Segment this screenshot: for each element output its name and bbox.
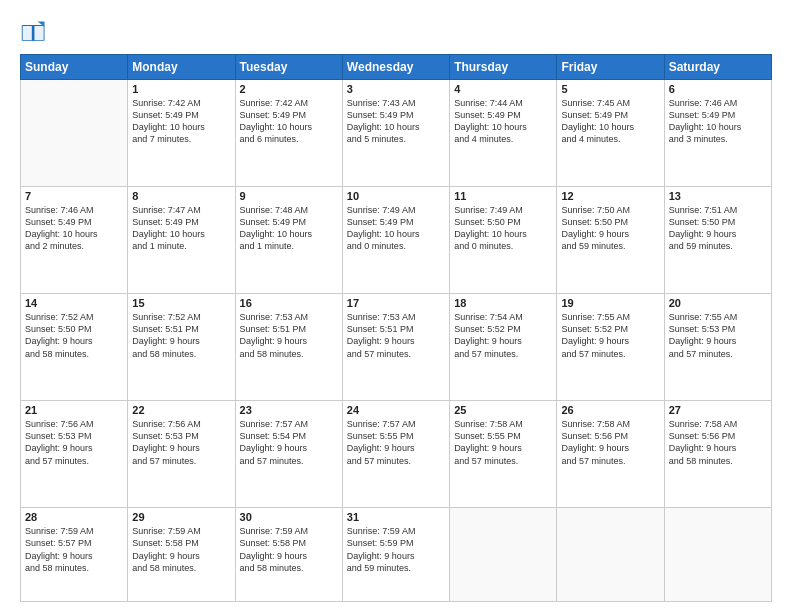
day-info: Sunrise: 7:54 AM Sunset: 5:52 PM Dayligh… xyxy=(454,311,552,360)
calendar-day-header: Friday xyxy=(557,55,664,80)
calendar-cell: 12Sunrise: 7:50 AM Sunset: 5:50 PM Dayli… xyxy=(557,187,664,294)
day-number: 27 xyxy=(669,404,767,416)
page: SundayMondayTuesdayWednesdayThursdayFrid… xyxy=(0,0,792,612)
day-number: 29 xyxy=(132,511,230,523)
calendar-day-header: Thursday xyxy=(450,55,557,80)
day-number: 15 xyxy=(132,297,230,309)
calendar-table: SundayMondayTuesdayWednesdayThursdayFrid… xyxy=(20,54,772,602)
day-info: Sunrise: 7:42 AM Sunset: 5:49 PM Dayligh… xyxy=(240,97,338,146)
day-info: Sunrise: 7:43 AM Sunset: 5:49 PM Dayligh… xyxy=(347,97,445,146)
day-number: 7 xyxy=(25,190,123,202)
calendar-day-header: Saturday xyxy=(664,55,771,80)
calendar-cell: 27Sunrise: 7:58 AM Sunset: 5:56 PM Dayli… xyxy=(664,401,771,508)
day-info: Sunrise: 7:57 AM Sunset: 5:55 PM Dayligh… xyxy=(347,418,445,467)
calendar-header-row: SundayMondayTuesdayWednesdayThursdayFrid… xyxy=(21,55,772,80)
calendar-cell xyxy=(664,508,771,602)
day-number: 21 xyxy=(25,404,123,416)
calendar-cell: 13Sunrise: 7:51 AM Sunset: 5:50 PM Dayli… xyxy=(664,187,771,294)
day-number: 12 xyxy=(561,190,659,202)
day-info: Sunrise: 7:45 AM Sunset: 5:49 PM Dayligh… xyxy=(561,97,659,146)
calendar-cell xyxy=(21,80,128,187)
day-info: Sunrise: 7:49 AM Sunset: 5:49 PM Dayligh… xyxy=(347,204,445,253)
day-info: Sunrise: 7:47 AM Sunset: 5:49 PM Dayligh… xyxy=(132,204,230,253)
day-info: Sunrise: 7:51 AM Sunset: 5:50 PM Dayligh… xyxy=(669,204,767,253)
day-number: 13 xyxy=(669,190,767,202)
day-info: Sunrise: 7:52 AM Sunset: 5:50 PM Dayligh… xyxy=(25,311,123,360)
calendar-cell: 30Sunrise: 7:59 AM Sunset: 5:58 PM Dayli… xyxy=(235,508,342,602)
day-info: Sunrise: 7:53 AM Sunset: 5:51 PM Dayligh… xyxy=(347,311,445,360)
day-number: 4 xyxy=(454,83,552,95)
calendar-cell: 8Sunrise: 7:47 AM Sunset: 5:49 PM Daylig… xyxy=(128,187,235,294)
day-number: 30 xyxy=(240,511,338,523)
calendar-day-header: Sunday xyxy=(21,55,128,80)
calendar-cell: 31Sunrise: 7:59 AM Sunset: 5:59 PM Dayli… xyxy=(342,508,449,602)
day-number: 17 xyxy=(347,297,445,309)
calendar-cell: 7Sunrise: 7:46 AM Sunset: 5:49 PM Daylig… xyxy=(21,187,128,294)
day-info: Sunrise: 7:46 AM Sunset: 5:49 PM Dayligh… xyxy=(669,97,767,146)
day-info: Sunrise: 7:57 AM Sunset: 5:54 PM Dayligh… xyxy=(240,418,338,467)
header xyxy=(20,18,772,46)
day-number: 2 xyxy=(240,83,338,95)
day-info: Sunrise: 7:55 AM Sunset: 5:53 PM Dayligh… xyxy=(669,311,767,360)
calendar-week-row: 21Sunrise: 7:56 AM Sunset: 5:53 PM Dayli… xyxy=(21,401,772,508)
calendar-cell: 19Sunrise: 7:55 AM Sunset: 5:52 PM Dayli… xyxy=(557,294,664,401)
day-number: 16 xyxy=(240,297,338,309)
day-info: Sunrise: 7:44 AM Sunset: 5:49 PM Dayligh… xyxy=(454,97,552,146)
day-info: Sunrise: 7:50 AM Sunset: 5:50 PM Dayligh… xyxy=(561,204,659,253)
calendar-cell xyxy=(557,508,664,602)
day-info: Sunrise: 7:59 AM Sunset: 5:58 PM Dayligh… xyxy=(132,525,230,574)
day-number: 22 xyxy=(132,404,230,416)
calendar-cell: 22Sunrise: 7:56 AM Sunset: 5:53 PM Dayli… xyxy=(128,401,235,508)
calendar-cell: 1Sunrise: 7:42 AM Sunset: 5:49 PM Daylig… xyxy=(128,80,235,187)
day-number: 20 xyxy=(669,297,767,309)
calendar-week-row: 7Sunrise: 7:46 AM Sunset: 5:49 PM Daylig… xyxy=(21,187,772,294)
calendar-cell: 2Sunrise: 7:42 AM Sunset: 5:49 PM Daylig… xyxy=(235,80,342,187)
day-info: Sunrise: 7:46 AM Sunset: 5:49 PM Dayligh… xyxy=(25,204,123,253)
day-number: 3 xyxy=(347,83,445,95)
day-info: Sunrise: 7:56 AM Sunset: 5:53 PM Dayligh… xyxy=(25,418,123,467)
svg-rect-5 xyxy=(32,25,35,41)
day-info: Sunrise: 7:59 AM Sunset: 5:58 PM Dayligh… xyxy=(240,525,338,574)
calendar-cell: 29Sunrise: 7:59 AM Sunset: 5:58 PM Dayli… xyxy=(128,508,235,602)
calendar-cell: 10Sunrise: 7:49 AM Sunset: 5:49 PM Dayli… xyxy=(342,187,449,294)
calendar-week-row: 28Sunrise: 7:59 AM Sunset: 5:57 PM Dayli… xyxy=(21,508,772,602)
calendar-cell: 6Sunrise: 7:46 AM Sunset: 5:49 PM Daylig… xyxy=(664,80,771,187)
calendar-cell: 26Sunrise: 7:58 AM Sunset: 5:56 PM Dayli… xyxy=(557,401,664,508)
day-info: Sunrise: 7:56 AM Sunset: 5:53 PM Dayligh… xyxy=(132,418,230,467)
calendar-cell: 11Sunrise: 7:49 AM Sunset: 5:50 PM Dayli… xyxy=(450,187,557,294)
calendar-cell: 4Sunrise: 7:44 AM Sunset: 5:49 PM Daylig… xyxy=(450,80,557,187)
day-number: 26 xyxy=(561,404,659,416)
day-info: Sunrise: 7:58 AM Sunset: 5:56 PM Dayligh… xyxy=(669,418,767,467)
logo xyxy=(20,18,52,46)
calendar-day-header: Wednesday xyxy=(342,55,449,80)
day-number: 18 xyxy=(454,297,552,309)
calendar-cell: 20Sunrise: 7:55 AM Sunset: 5:53 PM Dayli… xyxy=(664,294,771,401)
svg-rect-3 xyxy=(23,26,33,40)
calendar-cell: 25Sunrise: 7:58 AM Sunset: 5:55 PM Dayli… xyxy=(450,401,557,508)
calendar-cell: 17Sunrise: 7:53 AM Sunset: 5:51 PM Dayli… xyxy=(342,294,449,401)
day-info: Sunrise: 7:52 AM Sunset: 5:51 PM Dayligh… xyxy=(132,311,230,360)
calendar-cell: 23Sunrise: 7:57 AM Sunset: 5:54 PM Dayli… xyxy=(235,401,342,508)
day-info: Sunrise: 7:53 AM Sunset: 5:51 PM Dayligh… xyxy=(240,311,338,360)
day-number: 23 xyxy=(240,404,338,416)
day-number: 10 xyxy=(347,190,445,202)
calendar-cell: 16Sunrise: 7:53 AM Sunset: 5:51 PM Dayli… xyxy=(235,294,342,401)
day-info: Sunrise: 7:58 AM Sunset: 5:56 PM Dayligh… xyxy=(561,418,659,467)
day-number: 25 xyxy=(454,404,552,416)
day-number: 31 xyxy=(347,511,445,523)
svg-rect-4 xyxy=(34,26,44,40)
calendar-cell xyxy=(450,508,557,602)
day-number: 14 xyxy=(25,297,123,309)
day-info: Sunrise: 7:49 AM Sunset: 5:50 PM Dayligh… xyxy=(454,204,552,253)
day-number: 28 xyxy=(25,511,123,523)
day-number: 24 xyxy=(347,404,445,416)
day-number: 6 xyxy=(669,83,767,95)
calendar-cell: 24Sunrise: 7:57 AM Sunset: 5:55 PM Dayli… xyxy=(342,401,449,508)
calendar-cell: 5Sunrise: 7:45 AM Sunset: 5:49 PM Daylig… xyxy=(557,80,664,187)
day-number: 1 xyxy=(132,83,230,95)
day-number: 19 xyxy=(561,297,659,309)
calendar-cell: 9Sunrise: 7:48 AM Sunset: 5:49 PM Daylig… xyxy=(235,187,342,294)
day-number: 8 xyxy=(132,190,230,202)
calendar-cell: 18Sunrise: 7:54 AM Sunset: 5:52 PM Dayli… xyxy=(450,294,557,401)
calendar-day-header: Tuesday xyxy=(235,55,342,80)
